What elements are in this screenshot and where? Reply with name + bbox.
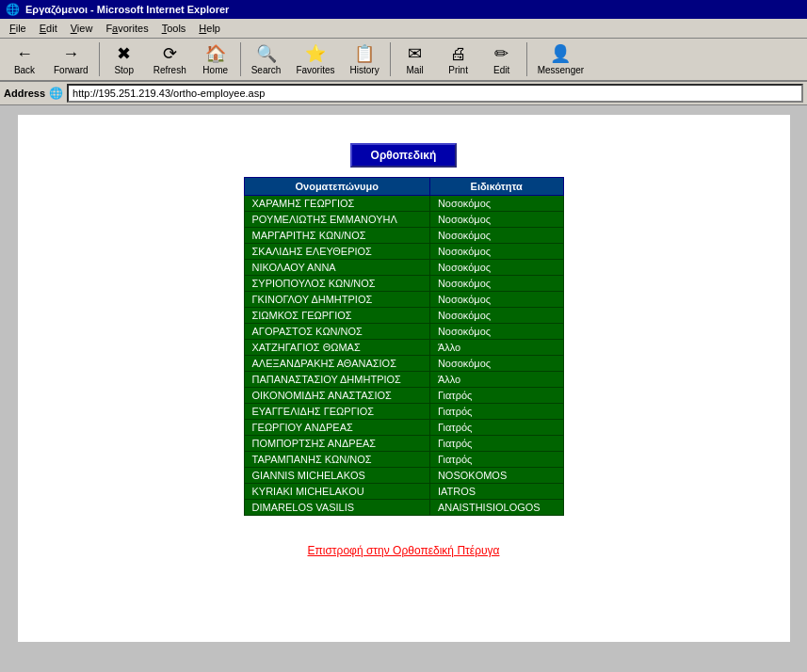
search-button[interactable]: 🔍 Search [245, 40, 288, 78]
forward-label: Forward [54, 65, 89, 75]
employee-name: ΣΚΑΛΙΔΗΣ ΕΛΕΥΘΕΡΙΟΣ [244, 244, 429, 260]
table-row[interactable]: ΟΙΚΟΝΟΜΙΔΗΣ ΑΝΑΣΤΑΣΙΟΣΓιατρός [244, 388, 563, 404]
employee-specialty: Νοσοκόμος [429, 324, 563, 340]
employee-name: ΧΑΤΖΗΓΑΓΙΟΣ ΘΩΜΑΣ [244, 340, 429, 356]
separator-3 [390, 42, 391, 76]
refresh-label: Refresh [153, 65, 186, 75]
table-row[interactable]: ΣΚΑΛΙΔΗΣ ΕΛΕΥΘΕΡΙΟΣΝοσοκόμος [244, 244, 563, 260]
menu-bar: File Edit View Favorites Tools Help [0, 19, 807, 39]
table-row[interactable]: ΓΚΙΝΟΓΛΟΥ ΔΗΜΗΤΡΙΟΣΝοσοκόμος [244, 292, 563, 308]
table-row[interactable]: ΡΟΥΜΕΛΙΩΤΗΣ ΕΜΜΑΝΟΥΗΛΝοσοκόμος [244, 212, 563, 228]
ie-icon: 🌐 [6, 3, 20, 16]
favorites-icon: ⭐ [305, 43, 326, 64]
table-row[interactable]: ΧΑΤΖΗΓΑΓΙΟΣ ΘΩΜΑΣΆλλο [244, 340, 563, 356]
edit-button[interactable]: ✏ Edit [481, 40, 523, 78]
employee-specialty: Νοσοκόμος [429, 356, 563, 372]
favorites-label: Favorites [296, 65, 334, 75]
employees-table: Ονοματεπώνυμο Ειδικότητα ΧΑΡΑΜΗΣ ΓΕΩΡΓΙΟ… [244, 177, 564, 516]
table-row[interactable]: ΧΑΡΑΜΗΣ ΓΕΩΡΓΙΟΣΝοσοκόμος [244, 196, 563, 212]
table-row[interactable]: ΣΙΩΜΚΟΣ ΓΕΩΡΓΙΟΣΝοσοκόμος [244, 308, 563, 324]
address-icon: 🌐 [49, 87, 63, 100]
table-row[interactable]: ΑΓΟΡΑΣΤΟΣ ΚΩΝ/ΝΟΣΝοσοκόμος [244, 324, 563, 340]
table-header-row: Ονοματεπώνυμο Ειδικότητα [244, 178, 563, 196]
history-button[interactable]: 📋 History [344, 40, 386, 78]
employee-specialty: Νοσοκόμος [429, 308, 563, 324]
employee-name: ΜΑΡΓΑΡΙΤΗΣ ΚΩΝ/ΝΟΣ [244, 228, 429, 244]
table-row[interactable]: GIANNIS MICHELAKOSNOSOKOMOS [244, 468, 563, 484]
mail-label: Mail [406, 65, 423, 75]
table-row[interactable]: ΓΕΩΡΓΙΟΥ ΑΝΔΡΕΑΣΓιατρός [244, 420, 563, 436]
employee-specialty: Γιατρός [429, 436, 563, 452]
employee-name: ΓΕΩΡΓΙΟΥ ΑΝΔΡΕΑΣ [244, 420, 429, 436]
employee-specialty: Γιατρός [429, 404, 563, 420]
favorites-button[interactable]: ⭐ Favorites [289, 40, 341, 78]
page-content: Ορθοπεδική Ονοματεπώνυμο Ειδικότητα ΧΑΡΑ… [18, 115, 790, 642]
employee-name: DIMARELOS VASILIS [244, 500, 429, 516]
employee-specialty: Νοσοκόμος [429, 260, 563, 276]
menu-help[interactable]: Help [193, 21, 226, 36]
employee-specialty: IATROS [429, 484, 563, 500]
employee-specialty: Γιατρός [429, 388, 563, 404]
table-row[interactable]: KYRIAKI MICHELAKOUIATROS [244, 484, 563, 500]
employee-specialty: Νοσοκόμος [429, 244, 563, 260]
table-row[interactable]: ΝΙΚΟΛΑΟΥ ΑΝΝΑΝοσοκόμος [244, 260, 563, 276]
menu-view[interactable]: View [65, 21, 99, 36]
menu-tools[interactable]: Tools [156, 21, 192, 36]
forward-button[interactable]: → Forward [47, 41, 95, 78]
back-link[interactable]: Επιστροφή στην Ορθοπεδική Πτέρυγα [308, 544, 500, 557]
search-label: Search [251, 65, 282, 75]
employee-name: ΤΑΡΑΜΠΑΝΗΣ ΚΩΝ/ΝΟΣ [244, 452, 429, 468]
employee-name: GIANNIS MICHELAKOS [244, 468, 429, 484]
home-label: Home [202, 65, 228, 75]
refresh-icon: ⟳ [163, 43, 177, 64]
table-row[interactable]: ΤΑΡΑΜΠΑΝΗΣ ΚΩΝ/ΝΟΣΓιατρός [244, 452, 563, 468]
table-row[interactable]: ΠΟΜΠΟΡΤΣΗΣ ΑΝΔΡΕΑΣΓιατρός [244, 436, 563, 452]
employee-specialty: Νοσοκόμος [429, 292, 563, 308]
col-specialty-header: Ειδικότητα [429, 178, 563, 196]
print-button[interactable]: 🖨 Print [438, 41, 479, 78]
mail-button[interactable]: ✉ Mail [395, 40, 436, 78]
employee-name: ΟΙΚΟΝΟΜΙΔΗΣ ΑΝΑΣΤΑΣΙΟΣ [244, 388, 429, 404]
back-link-container: Επιστροφή στην Ορθοπεδική Πτέρυγα [308, 544, 500, 557]
forward-icon: → [62, 44, 79, 64]
employee-specialty: Γιατρός [429, 420, 563, 436]
history-icon: 📋 [354, 43, 375, 64]
back-icon: ← [16, 44, 33, 64]
title-bar: 🌐 Εργαζόμενοι - Microsoft Internet Explo… [0, 0, 807, 19]
employee-name: ΧΑΡΑΜΗΣ ΓΕΩΡΓΙΟΣ [244, 196, 429, 212]
employee-specialty: Νοσοκόμος [429, 228, 563, 244]
table-row[interactable]: ΜΑΡΓΑΡΙΤΗΣ ΚΩΝ/ΝΟΣΝοσοκόμος [244, 228, 563, 244]
print-icon: 🖨 [450, 44, 467, 64]
separator-1 [99, 42, 100, 76]
address-label: Address [4, 88, 45, 99]
table-row[interactable]: ΕΥΑΓΓΕΛΙΔΗΣ ΓΕΩΡΓΙΟΣΓιατρός [244, 404, 563, 420]
table-row[interactable]: ΣΥΡΙΟΠΟΥΛΟΣ ΚΩΝ/ΝΟΣΝοσοκόμος [244, 276, 563, 292]
employee-name: ΕΥΑΓΓΕΛΙΔΗΣ ΓΕΩΡΓΙΟΣ [244, 404, 429, 420]
messenger-button[interactable]: 👤 Messenger [531, 40, 590, 78]
page-title: Ορθοπεδική [350, 143, 458, 168]
menu-file[interactable]: File [4, 21, 32, 36]
address-input[interactable] [67, 84, 803, 103]
employee-name: ΡΟΥΜΕΛΙΩΤΗΣ ΕΜΜΑΝΟΥΗΛ [244, 212, 429, 228]
menu-edit[interactable]: Edit [34, 21, 63, 36]
employee-specialty: NOSOKOMOS [429, 468, 563, 484]
stop-button[interactable]: ✖ Stop [104, 40, 145, 78]
refresh-button[interactable]: ⟳ Refresh [147, 40, 193, 78]
employee-name: ΓΚΙΝΟΓΛΟΥ ΔΗΜΗΤΡΙΟΣ [244, 292, 429, 308]
back-button[interactable]: ← Back [4, 41, 45, 78]
stop-label: Stop [114, 65, 134, 75]
table-row[interactable]: ΑΛΕΞΑΝΔΡΑΚΗΣ ΑΘΑΝΑΣΙΟΣΝοσοκόμος [244, 356, 563, 372]
separator-2 [240, 42, 241, 76]
table-row[interactable]: ΠΑΠΑΝΑΣΤΑΣΙΟΥ ΔΗΜΗΤΡΙΟΣΆλλο [244, 372, 563, 388]
home-icon: 🏠 [205, 43, 226, 64]
window-title: Εργαζόμενοι - Microsoft Internet Explore… [25, 4, 229, 15]
employee-specialty: ANAISTHISIOLOGOS [429, 500, 563, 516]
home-button[interactable]: 🏠 Home [195, 40, 236, 78]
back-label: Back [14, 65, 35, 75]
menu-favorites[interactable]: Favorites [100, 21, 153, 36]
employee-specialty: Νοσοκόμος [429, 196, 563, 212]
toolbar: ← Back → Forward ✖ Stop ⟳ Refresh 🏠 Home… [0, 39, 807, 82]
search-icon: 🔍 [256, 43, 277, 64]
table-row[interactable]: DIMARELOS VASILISANAISTHISIOLOGOS [244, 500, 563, 516]
stop-icon: ✖ [117, 43, 131, 64]
